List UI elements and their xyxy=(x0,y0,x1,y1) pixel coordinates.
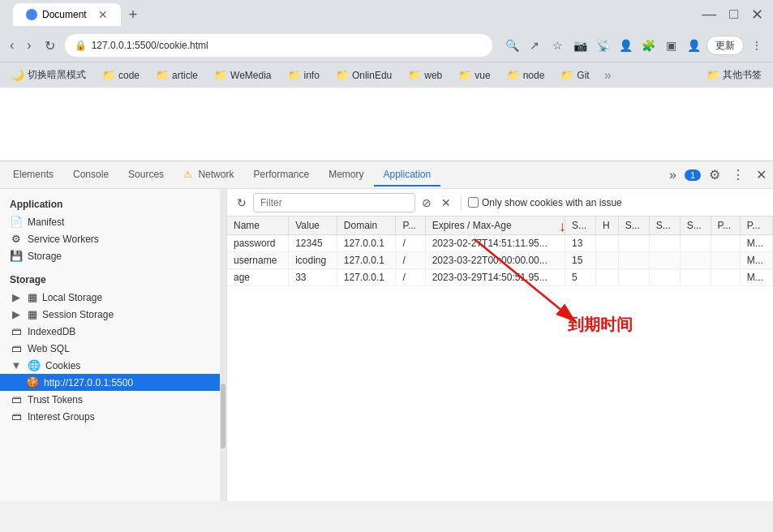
extensions-icon[interactable]: 🧩 xyxy=(638,36,658,55)
storage-app-label: Storage xyxy=(28,251,62,262)
tab-title: Document xyxy=(42,9,87,20)
new-tab-button[interactable]: + xyxy=(124,6,143,24)
col-path[interactable]: P... xyxy=(396,217,425,235)
refresh-cookies-button[interactable]: ↻ xyxy=(234,195,250,211)
maximize-icon[interactable]: □ xyxy=(726,6,741,24)
active-tab[interactable]: Document ✕ xyxy=(13,3,121,26)
sidebar-scrollbar[interactable] xyxy=(220,189,226,501)
sidebar-item-web-sql[interactable]: 🗃 Web SQL xyxy=(0,340,226,357)
tab-console[interactable]: Console xyxy=(63,164,118,187)
bookmark-darkmode[interactable]: 🌙 切换暗黑模式 xyxy=(6,66,91,84)
bookmark-icon[interactable]: ☆ xyxy=(548,36,567,55)
more-tabs-icon[interactable]: » xyxy=(666,166,680,184)
share-icon[interactable]: ↗ xyxy=(525,36,544,55)
folder-icon-code: 📁 xyxy=(102,69,115,81)
tab-performance[interactable]: Performance xyxy=(243,164,319,187)
bookmark-wemedia[interactable]: 📁 WeMedia xyxy=(209,67,276,83)
browser-toolbar: 🔍 ↗ ☆ 📷 📡 👤 🧩 ▣ 👤 更新 ⋮ xyxy=(502,36,767,55)
table-row[interactable]: password 12345 127.0.0.1 / 2023-02-27T14… xyxy=(227,235,773,252)
only-issues-checkbox[interactable] xyxy=(468,197,479,208)
tab-elements-label: Elements xyxy=(13,169,54,180)
bookmark-git-label: Git xyxy=(577,70,589,81)
col-partition[interactable]: P... xyxy=(740,217,772,235)
folder-icon-git: 📁 xyxy=(560,69,573,81)
col-secure[interactable]: S... xyxy=(618,217,649,235)
devtools-more-icon[interactable]: ⋮ xyxy=(728,165,748,184)
bookmark-onlineedu[interactable]: 📁 OnlinEdu xyxy=(331,67,397,83)
interest-groups-label: Interest Groups xyxy=(28,411,95,423)
settings-icon[interactable]: ⚙ xyxy=(706,165,724,184)
bookmark-code[interactable]: 📁 code xyxy=(97,67,144,83)
tab-elements[interactable]: Elements xyxy=(3,164,63,187)
col-value[interactable]: Value xyxy=(289,217,337,235)
col-samesite[interactable]: S... xyxy=(649,217,680,235)
clear-filter-btn[interactable]: ⊘ xyxy=(419,195,435,211)
bookmark-node[interactable]: 📁 node xyxy=(502,67,550,83)
sidebar-item-local-storage[interactable]: ▶ ▦ Local Storage xyxy=(0,289,226,306)
tab-memory[interactable]: Memory xyxy=(319,164,373,187)
sidebar-item-interest-groups[interactable]: 🗃 Interest Groups xyxy=(0,408,226,425)
back-button[interactable]: ‹ xyxy=(6,36,17,54)
url-bar[interactable]: 🔒 127.0.0.1:5500/cookie.html xyxy=(65,34,492,57)
col-size[interactable]: S... xyxy=(565,217,596,235)
sidebar-item-service-workers[interactable]: ⚙ Service Workers xyxy=(0,230,226,247)
service-workers-icon: ⚙ xyxy=(10,233,23,245)
cookie-httponly-username xyxy=(595,252,618,269)
bookmark-article-label: article xyxy=(172,70,198,81)
cast-icon[interactable]: 📡 xyxy=(593,36,612,55)
table-row[interactable]: username icoding 127.0.0.1 / 2023-03-22T… xyxy=(227,252,773,269)
cookie-table[interactable]: Name Value Domain P... Expires / Max-Age… xyxy=(227,217,773,286)
folder-icon-vue: 📁 xyxy=(458,69,471,81)
filter-input[interactable] xyxy=(253,193,415,212)
sidebar-item-storage[interactable]: 💾 Storage xyxy=(0,247,226,264)
tab-application[interactable]: Application xyxy=(374,164,441,187)
table-row[interactable]: age 33 127.0.0.1 / 2023-03-29T14:50:51.9… xyxy=(227,269,773,286)
col-expires[interactable]: Expires / Max-Age ↓ xyxy=(425,217,565,235)
bookmark-git[interactable]: 📁 Git xyxy=(556,67,594,83)
bookmark-web-label: web xyxy=(424,70,442,81)
tab-close-btn[interactable]: ✕ xyxy=(98,8,108,21)
tab-performance-label: Performance xyxy=(253,169,309,180)
folder-icon-node: 📁 xyxy=(507,69,520,81)
search-icon[interactable]: 🔍 xyxy=(502,36,522,55)
bookmark-info[interactable]: 📁 info xyxy=(283,67,324,83)
close-icon[interactable]: ✕ xyxy=(748,6,767,24)
update-button[interactable]: 更新 xyxy=(706,36,744,55)
bookmark-other[interactable]: 📁 其他书签 xyxy=(702,66,767,84)
bookmark-vue[interactable]: 📁 vue xyxy=(453,67,495,83)
sidebar-item-manifest[interactable]: 📄 Manifest xyxy=(0,213,226,230)
cookie-httponly-age xyxy=(595,269,618,286)
bookmark-article[interactable]: 📁 article xyxy=(151,67,203,83)
menu-icon[interactable]: ⋮ xyxy=(747,36,767,55)
issues-badge[interactable]: 1 xyxy=(685,169,701,181)
only-issues-label[interactable]: Only show cookies with an issue xyxy=(468,197,622,208)
tab-network[interactable]: ⚠ Network xyxy=(174,164,243,187)
col-name[interactable]: Name xyxy=(227,217,289,235)
refresh-button[interactable]: ↻ xyxy=(41,36,58,55)
sidebar-item-trust-tokens[interactable]: 🗃 Trust Tokens xyxy=(0,391,226,408)
screenshot-icon[interactable]: 📷 xyxy=(570,36,590,55)
sidebar-item-indexeddb[interactable]: 🗃 IndexedDB xyxy=(0,323,226,340)
sidebar-item-cookies-header[interactable]: ▼ 🌐 Cookies xyxy=(0,357,226,374)
col-domain[interactable]: Domain xyxy=(337,217,396,235)
url-text: 127.0.0.1:5500/cookie.html xyxy=(92,40,208,51)
cookie-secure-password xyxy=(618,235,649,252)
bookmark-web[interactable]: 📁 web xyxy=(403,67,447,83)
sidebar-panel-icon[interactable]: ▣ xyxy=(661,36,681,55)
col-priority[interactable]: P... xyxy=(711,217,740,235)
sidebar-item-cookie-url[interactable]: 🍪 http://127.0.0.1:5500 xyxy=(0,374,226,391)
devtools-close-icon[interactable]: ✕ xyxy=(753,165,770,184)
col-httponly[interactable]: H xyxy=(595,217,618,235)
bookmarks-bar: 🌙 切换暗黑模式 📁 code 📁 article 📁 WeMedia 📁 in… xyxy=(0,62,773,88)
profile-icon[interactable]: 👤 xyxy=(616,36,635,55)
cookie-path-username: / xyxy=(396,252,425,269)
minimize-icon[interactable]: — xyxy=(698,6,719,24)
delete-cookies-btn[interactable]: ✕ xyxy=(438,195,454,211)
forward-button[interactable]: › xyxy=(24,36,34,54)
col-samesite2[interactable]: S... xyxy=(680,217,711,235)
sidebar-item-session-storage[interactable]: ▶ ▦ Session Storage xyxy=(0,306,226,323)
user-icon[interactable]: 👤 xyxy=(684,36,703,55)
cookie-samesite2-password xyxy=(680,235,711,252)
more-bookmarks-icon[interactable]: » xyxy=(604,68,612,83)
tab-sources[interactable]: Sources xyxy=(118,164,174,187)
